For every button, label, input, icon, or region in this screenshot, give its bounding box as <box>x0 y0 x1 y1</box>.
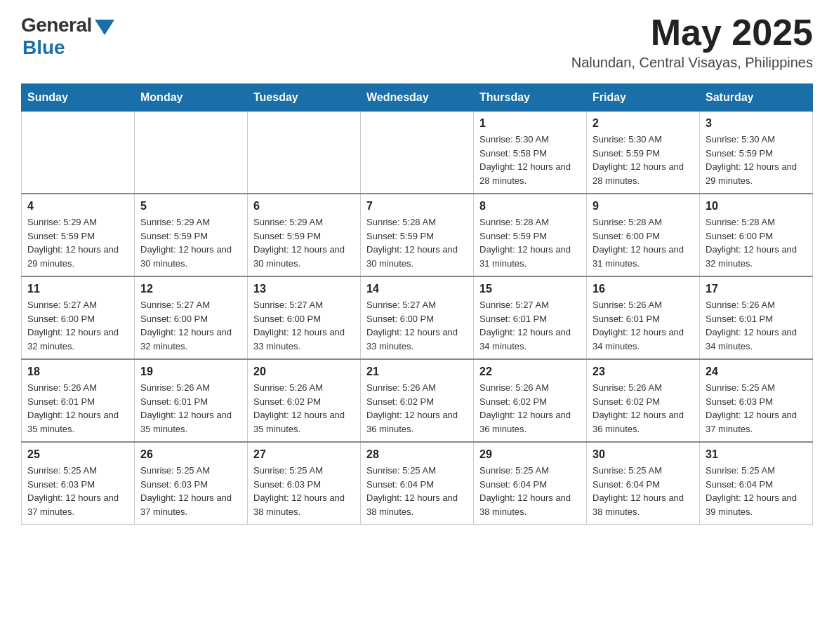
day-number: 8 <box>479 200 581 213</box>
calendar-cell: 1Sunrise: 5:30 AMSunset: 5:58 PMDaylight… <box>474 112 587 194</box>
day-number: 31 <box>706 448 807 461</box>
day-info: Sunrise: 5:25 AMSunset: 6:04 PMDaylight:… <box>706 464 807 518</box>
logo-blue-text: Blue <box>22 36 65 59</box>
day-number: 3 <box>706 117 807 130</box>
day-info: Sunrise: 5:25 AMSunset: 6:03 PMDaylight:… <box>253 464 355 518</box>
day-info: Sunrise: 5:25 AMSunset: 6:04 PMDaylight:… <box>479 464 581 518</box>
calendar-cell: 27Sunrise: 5:25 AMSunset: 6:03 PMDayligh… <box>248 442 361 525</box>
calendar-cell: 16Sunrise: 5:26 AMSunset: 6:01 PMDayligh… <box>587 276 700 359</box>
day-number: 20 <box>253 365 355 378</box>
weekday-header-saturday: Saturday <box>700 84 813 112</box>
calendar-week-row: 4Sunrise: 5:29 AMSunset: 5:59 PMDaylight… <box>22 194 813 276</box>
day-number: 26 <box>140 448 241 461</box>
day-info: Sunrise: 5:26 AMSunset: 6:02 PMDaylight:… <box>479 381 581 436</box>
logo-general-text: General <box>21 14 92 36</box>
day-number: 24 <box>706 365 807 378</box>
weekday-header-thursday: Thursday <box>474 84 587 112</box>
day-info: Sunrise: 5:25 AMSunset: 6:04 PMDaylight:… <box>593 464 694 518</box>
weekday-header-monday: Monday <box>135 84 248 112</box>
day-number: 21 <box>366 365 468 378</box>
day-info: Sunrise: 5:26 AMSunset: 6:02 PMDaylight:… <box>593 381 694 436</box>
day-info: Sunrise: 5:30 AMSunset: 5:59 PMDaylight:… <box>593 133 694 187</box>
day-number: 23 <box>593 365 694 378</box>
calendar-week-row: 18Sunrise: 5:26 AMSunset: 6:01 PMDayligh… <box>22 359 813 442</box>
day-info: Sunrise: 5:26 AMSunset: 6:01 PMDaylight:… <box>140 381 241 436</box>
calendar-cell: 14Sunrise: 5:27 AMSunset: 6:00 PMDayligh… <box>361 276 474 359</box>
day-number: 13 <box>253 283 355 295</box>
day-number: 6 <box>253 200 355 213</box>
day-info: Sunrise: 5:30 AMSunset: 5:58 PMDaylight:… <box>479 133 581 187</box>
day-number: 29 <box>479 448 581 461</box>
day-info: Sunrise: 5:26 AMSunset: 6:01 PMDaylight:… <box>27 381 128 436</box>
calendar-week-row: 1Sunrise: 5:30 AMSunset: 5:58 PMDaylight… <box>22 112 813 194</box>
day-number: 22 <box>479 365 581 378</box>
calendar-cell: 6Sunrise: 5:29 AMSunset: 5:59 PMDaylight… <box>248 194 361 276</box>
weekday-header-tuesday: Tuesday <box>248 84 361 112</box>
calendar-cell: 2Sunrise: 5:30 AMSunset: 5:59 PMDaylight… <box>587 112 700 194</box>
day-info: Sunrise: 5:29 AMSunset: 5:59 PMDaylight:… <box>140 215 241 270</box>
calendar-header-row: SundayMondayTuesdayWednesdayThursdayFrid… <box>22 84 813 112</box>
calendar-cell: 28Sunrise: 5:25 AMSunset: 6:04 PMDayligh… <box>361 442 474 525</box>
day-number: 14 <box>366 283 468 295</box>
day-info: Sunrise: 5:26 AMSunset: 6:02 PMDaylight:… <box>253 381 355 436</box>
calendar-cell: 19Sunrise: 5:26 AMSunset: 6:01 PMDayligh… <box>135 359 248 442</box>
day-number: 17 <box>706 283 807 295</box>
calendar-cell: 18Sunrise: 5:26 AMSunset: 6:01 PMDayligh… <box>22 359 135 442</box>
day-info: Sunrise: 5:25 AMSunset: 6:03 PMDaylight:… <box>706 381 807 436</box>
calendar-cell <box>135 112 248 194</box>
page-header: General Blue May 2025 Nalundan, Central … <box>21 14 813 71</box>
calendar-cell: 5Sunrise: 5:29 AMSunset: 5:59 PMDaylight… <box>135 194 248 276</box>
calendar-cell: 30Sunrise: 5:25 AMSunset: 6:04 PMDayligh… <box>587 442 700 525</box>
calendar-week-row: 11Sunrise: 5:27 AMSunset: 6:00 PMDayligh… <box>22 276 813 359</box>
calendar-cell: 24Sunrise: 5:25 AMSunset: 6:03 PMDayligh… <box>700 359 813 442</box>
day-number: 10 <box>706 200 807 213</box>
day-info: Sunrise: 5:27 AMSunset: 6:01 PMDaylight:… <box>479 298 581 353</box>
day-number: 30 <box>593 448 694 461</box>
calendar-cell: 9Sunrise: 5:28 AMSunset: 6:00 PMDaylight… <box>587 194 700 276</box>
day-number: 5 <box>140 200 241 213</box>
location-subtitle: Nalundan, Central Visayas, Philippines <box>571 55 813 71</box>
calendar-cell: 21Sunrise: 5:26 AMSunset: 6:02 PMDayligh… <box>361 359 474 442</box>
month-year-title: May 2025 <box>571 14 813 51</box>
day-info: Sunrise: 5:27 AMSunset: 6:00 PMDaylight:… <box>366 298 468 353</box>
day-info: Sunrise: 5:29 AMSunset: 5:59 PMDaylight:… <box>27 215 128 270</box>
day-number: 7 <box>366 200 468 213</box>
calendar-cell: 12Sunrise: 5:27 AMSunset: 6:00 PMDayligh… <box>135 276 248 359</box>
day-number: 11 <box>27 283 128 295</box>
logo: General Blue <box>21 14 114 59</box>
day-info: Sunrise: 5:29 AMSunset: 5:59 PMDaylight:… <box>253 215 355 270</box>
day-number: 12 <box>140 283 241 295</box>
day-number: 15 <box>479 283 581 295</box>
calendar-cell: 25Sunrise: 5:25 AMSunset: 6:03 PMDayligh… <box>22 442 135 525</box>
day-info: Sunrise: 5:27 AMSunset: 6:00 PMDaylight:… <box>27 298 128 353</box>
day-info: Sunrise: 5:28 AMSunset: 6:00 PMDaylight:… <box>706 215 807 270</box>
calendar-cell: 22Sunrise: 5:26 AMSunset: 6:02 PMDayligh… <box>474 359 587 442</box>
calendar-cell: 26Sunrise: 5:25 AMSunset: 6:03 PMDayligh… <box>135 442 248 525</box>
day-number: 18 <box>27 365 128 378</box>
day-number: 9 <box>593 200 694 213</box>
logo-triangle-icon <box>95 20 114 35</box>
calendar-cell: 8Sunrise: 5:28 AMSunset: 5:59 PMDaylight… <box>474 194 587 276</box>
day-info: Sunrise: 5:25 AMSunset: 6:03 PMDaylight:… <box>27 464 128 518</box>
day-info: Sunrise: 5:30 AMSunset: 5:59 PMDaylight:… <box>706 133 807 187</box>
day-info: Sunrise: 5:28 AMSunset: 6:00 PMDaylight:… <box>593 215 694 270</box>
day-info: Sunrise: 5:27 AMSunset: 6:00 PMDaylight:… <box>140 298 241 353</box>
calendar-cell <box>22 112 135 194</box>
calendar-cell: 3Sunrise: 5:30 AMSunset: 5:59 PMDaylight… <box>700 112 813 194</box>
calendar-cell: 13Sunrise: 5:27 AMSunset: 6:00 PMDayligh… <box>248 276 361 359</box>
calendar-cell: 31Sunrise: 5:25 AMSunset: 6:04 PMDayligh… <box>700 442 813 525</box>
calendar-cell: 17Sunrise: 5:26 AMSunset: 6:01 PMDayligh… <box>700 276 813 359</box>
day-number: 2 <box>593 117 694 130</box>
day-number: 27 <box>253 448 355 461</box>
day-number: 1 <box>479 117 581 130</box>
day-number: 16 <box>593 283 694 295</box>
day-info: Sunrise: 5:27 AMSunset: 6:00 PMDaylight:… <box>253 298 355 353</box>
calendar-table: SundayMondayTuesdayWednesdayThursdayFrid… <box>21 83 813 525</box>
calendar-cell: 4Sunrise: 5:29 AMSunset: 5:59 PMDaylight… <box>22 194 135 276</box>
weekday-header-sunday: Sunday <box>22 84 135 112</box>
day-info: Sunrise: 5:25 AMSunset: 6:04 PMDaylight:… <box>366 464 468 518</box>
calendar-cell: 29Sunrise: 5:25 AMSunset: 6:04 PMDayligh… <box>474 442 587 525</box>
calendar-cell: 7Sunrise: 5:28 AMSunset: 5:59 PMDaylight… <box>361 194 474 276</box>
calendar-cell: 10Sunrise: 5:28 AMSunset: 6:00 PMDayligh… <box>700 194 813 276</box>
day-info: Sunrise: 5:26 AMSunset: 6:02 PMDaylight:… <box>366 381 468 436</box>
